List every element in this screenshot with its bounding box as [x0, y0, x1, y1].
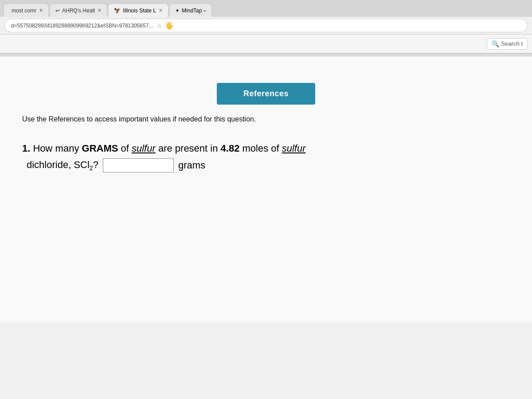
search-icon: 🔍: [492, 40, 499, 47]
toolbar-row: 🔍 Search t: [0, 35, 532, 53]
references-button[interactable]: References: [217, 83, 315, 105]
tab-close-ahrq[interactable]: ✕: [98, 8, 102, 13]
tab-mindtap[interactable]: ✦ MindTap –: [169, 4, 212, 17]
tab-close-illinois[interactable]: ✕: [159, 8, 163, 13]
tab-ahrq-icon: ↩: [55, 8, 60, 14]
question-sulfur2: sulfur: [282, 143, 306, 154]
address-bar-row: d=5575082893418928889099692​12&eISBN=978…: [0, 17, 532, 35]
question-value: 4.82: [221, 143, 240, 154]
question-text: 1. How many GRAMS of sulfur are present …: [18, 141, 514, 156]
dichloride-subscript: 2: [90, 164, 93, 172]
question-dichloride: dichloride, SCl2?: [22, 157, 98, 173]
address-bar[interactable]: d=5575082893418928889099692​12&eISBN=978…: [4, 19, 528, 32]
references-button-container: References: [18, 83, 514, 105]
question-text-part4: moles of: [239, 143, 282, 154]
search-placeholder-text: Search t: [501, 40, 523, 47]
grams-label: grams: [178, 160, 205, 171]
dichloride-text2: ?: [93, 159, 98, 170]
browser-chrome: most comr ✕ ↩ AHRQ's Healt ✕ 🦅 Illinois …: [0, 0, 532, 54]
palm-icon: 🖐: [165, 21, 174, 30]
question-grams: GRAMS: [82, 143, 118, 154]
tab-illinois[interactable]: 🦅 Illinois State L ✕: [108, 4, 168, 17]
question-sulfur: sulfur: [132, 143, 156, 154]
tab-mindtap-icon: ✦: [175, 8, 180, 14]
bookmark-icon[interactable]: ☆: [156, 22, 162, 29]
tab-illinois-icon: 🦅: [114, 8, 121, 14]
tab-close-most-common[interactable]: ✕: [39, 8, 43, 13]
dichloride-text1: dichloride, SCl: [27, 159, 90, 170]
answer-input[interactable]: [103, 158, 174, 172]
answer-row: dichloride, SCl2? grams: [18, 157, 514, 173]
url-text: d=5575082893418928889099692​12&eISBN=978…: [11, 23, 153, 29]
question-text-part2: of: [118, 143, 132, 154]
question-text-part3: are present in: [156, 143, 221, 154]
tab-bar: most comr ✕ ↩ AHRQ's Healt ✕ 🦅 Illinois …: [0, 0, 532, 17]
search-bar[interactable]: 🔍 Search t: [487, 38, 528, 50]
question-number: 1.: [22, 143, 30, 154]
content-area: References Use the References to access …: [0, 56, 532, 322]
tab-most-common[interactable]: most comr ✕: [4, 4, 49, 17]
question-block: 1. How many GRAMS of sulfur are present …: [18, 141, 514, 173]
instruction-text: Use the References to access important v…: [18, 115, 514, 123]
question-text-part1: How many: [33, 143, 82, 154]
tab-ahrq[interactable]: ↩ AHRQ's Healt ✕: [50, 4, 107, 17]
